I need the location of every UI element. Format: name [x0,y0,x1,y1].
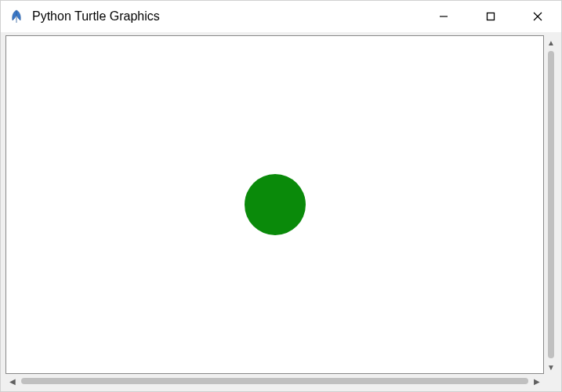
client-area: ▲ ▼ ◀ ▶ [1,32,561,391]
vertical-scroll-thumb[interactable] [548,51,554,358]
close-button[interactable] [514,1,561,32]
window: Python Turtle Graphics ▲ ▼ [0,0,562,392]
feather-icon [9,9,24,24]
maximize-button[interactable] [467,1,514,32]
svg-rect-2 [488,13,495,20]
window-title: Python Turtle Graphics [32,9,420,24]
scroll-left-icon[interactable]: ◀ [5,374,20,388]
scroll-right-icon[interactable]: ▶ [530,374,544,388]
window-controls [420,1,561,32]
horizontal-scroll-track[interactable] [21,376,528,387]
horizontal-scroll-thumb[interactable] [21,378,528,384]
minimize-button[interactable] [420,1,467,32]
drawn-circle [245,174,306,235]
scroll-down-icon[interactable]: ▼ [544,360,558,374]
turtle-canvas[interactable] [6,36,543,373]
titlebar[interactable]: Python Turtle Graphics [1,1,561,32]
vertical-scroll-track[interactable] [546,51,557,358]
scroll-up-icon[interactable]: ▲ [544,35,558,49]
vertical-scrollbar[interactable]: ▲ ▼ [544,35,558,374]
horizontal-scrollbar[interactable]: ◀ ▶ [5,374,544,388]
canvas-frame [5,35,544,374]
